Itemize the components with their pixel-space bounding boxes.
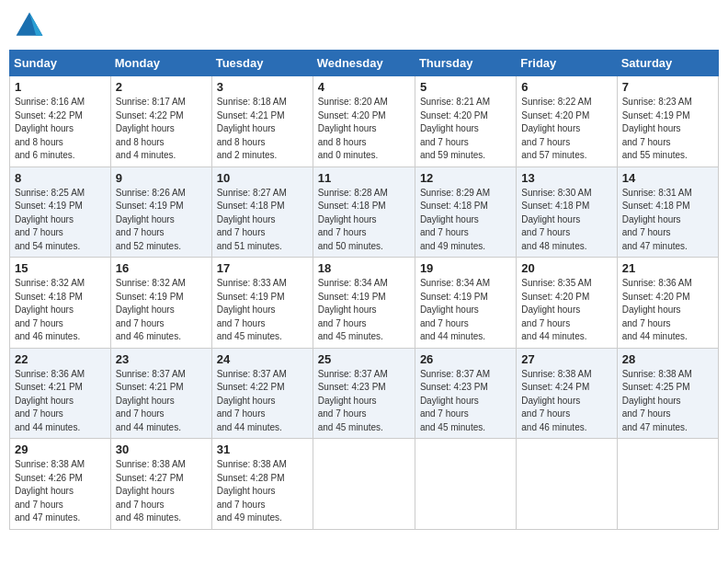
- day-detail: Sunrise: 8:25 AMSunset: 4:19 PMDaylight …: [15, 187, 106, 254]
- day-number: 17: [217, 261, 308, 275]
- calendar-cell: 7 Sunrise: 8:23 AMSunset: 4:19 PMDayligh…: [617, 76, 718, 167]
- week-row-5: 29 Sunrise: 8:38 AMSunset: 4:26 PMDaylig…: [10, 439, 719, 530]
- col-header-friday: Friday: [517, 51, 617, 76]
- day-detail: Sunrise: 8:38 AMSunset: 4:27 PMDaylight …: [116, 458, 207, 525]
- day-detail: Sunrise: 8:20 AMSunset: 4:20 PMDaylight …: [318, 96, 410, 163]
- calendar-cell: 20 Sunrise: 8:35 AMSunset: 4:20 PMDaylig…: [517, 258, 617, 349]
- day-number: 10: [217, 171, 308, 185]
- calendar-cell: 30 Sunrise: 8:38 AMSunset: 4:27 PMDaylig…: [110, 439, 211, 530]
- day-number: 29: [15, 442, 106, 456]
- day-number: 18: [318, 261, 410, 275]
- day-number: 27: [521, 352, 611, 366]
- day-number: 16: [116, 261, 207, 275]
- day-detail: Sunrise: 8:18 AMSunset: 4:21 PMDaylight …: [217, 96, 308, 163]
- day-detail: Sunrise: 8:21 AMSunset: 4:20 PMDaylight …: [420, 96, 511, 163]
- day-detail: Sunrise: 8:22 AMSunset: 4:20 PMDaylight …: [521, 96, 611, 163]
- calendar-cell: [517, 439, 617, 530]
- col-header-saturday: Saturday: [617, 51, 718, 76]
- calendar-cell: 19 Sunrise: 8:34 AMSunset: 4:19 PMDaylig…: [415, 258, 516, 349]
- calendar-cell: 26 Sunrise: 8:37 AMSunset: 4:23 PMDaylig…: [415, 348, 516, 439]
- calendar-cell: [313, 439, 415, 530]
- day-number: 2: [116, 80, 207, 94]
- day-number: 14: [622, 171, 713, 185]
- day-number: 23: [116, 352, 207, 366]
- calendar-cell: 15 Sunrise: 8:32 AMSunset: 4:18 PMDaylig…: [10, 258, 111, 349]
- calendar-cell: 12 Sunrise: 8:29 AMSunset: 4:18 PMDaylig…: [415, 167, 516, 258]
- logo-icon: [13, 9, 46, 42]
- day-detail: Sunrise: 8:26 AMSunset: 4:19 PMDaylight …: [116, 187, 207, 254]
- day-number: 6: [521, 80, 611, 94]
- day-detail: Sunrise: 8:36 AMSunset: 4:21 PMDaylight …: [15, 368, 106, 435]
- day-number: 24: [217, 352, 308, 366]
- col-header-tuesday: Tuesday: [211, 51, 313, 76]
- calendar-cell: 5 Sunrise: 8:21 AMSunset: 4:20 PMDayligh…: [415, 76, 516, 167]
- col-header-thursday: Thursday: [415, 51, 516, 76]
- day-detail: Sunrise: 8:16 AMSunset: 4:22 PMDaylight …: [15, 96, 106, 163]
- day-number: 11: [318, 171, 410, 185]
- calendar-cell: 31 Sunrise: 8:38 AMSunset: 4:28 PMDaylig…: [211, 439, 313, 530]
- logo: [13, 9, 50, 42]
- day-number: 9: [116, 171, 207, 185]
- calendar-cell: 22 Sunrise: 8:36 AMSunset: 4:21 PMDaylig…: [10, 348, 111, 439]
- calendar-cell: 13 Sunrise: 8:30 AMSunset: 4:18 PMDaylig…: [517, 167, 617, 258]
- day-detail: Sunrise: 8:32 AMSunset: 4:18 PMDaylight …: [15, 277, 106, 344]
- calendar-cell: 14 Sunrise: 8:31 AMSunset: 4:18 PMDaylig…: [617, 167, 718, 258]
- day-number: 15: [15, 261, 106, 275]
- day-number: 28: [622, 352, 713, 366]
- week-row-3: 15 Sunrise: 8:32 AMSunset: 4:18 PMDaylig…: [10, 258, 719, 349]
- calendar-cell: 25 Sunrise: 8:37 AMSunset: 4:23 PMDaylig…: [313, 348, 415, 439]
- week-row-2: 8 Sunrise: 8:25 AMSunset: 4:19 PMDayligh…: [10, 167, 719, 258]
- calendar-cell: 8 Sunrise: 8:25 AMSunset: 4:19 PMDayligh…: [10, 167, 111, 258]
- day-detail: Sunrise: 8:38 AMSunset: 4:28 PMDaylight …: [217, 458, 308, 525]
- calendar-cell: 23 Sunrise: 8:37 AMSunset: 4:21 PMDaylig…: [110, 348, 211, 439]
- day-detail: Sunrise: 8:17 AMSunset: 4:22 PMDaylight …: [116, 96, 207, 163]
- calendar-cell: 16 Sunrise: 8:32 AMSunset: 4:19 PMDaylig…: [110, 258, 211, 349]
- calendar-header-row: SundayMondayTuesdayWednesdayThursdayFrid…: [10, 51, 719, 76]
- day-number: 4: [318, 80, 410, 94]
- calendar-cell: 4 Sunrise: 8:20 AMSunset: 4:20 PMDayligh…: [313, 76, 415, 167]
- day-number: 25: [318, 352, 410, 366]
- day-detail: Sunrise: 8:34 AMSunset: 4:19 PMDaylight …: [420, 277, 511, 344]
- week-row-4: 22 Sunrise: 8:36 AMSunset: 4:21 PMDaylig…: [10, 348, 719, 439]
- col-header-sunday: Sunday: [10, 51, 111, 76]
- day-number: 19: [420, 261, 511, 275]
- day-number: 31: [217, 442, 308, 456]
- calendar-cell: 18 Sunrise: 8:34 AMSunset: 4:19 PMDaylig…: [313, 258, 415, 349]
- day-detail: Sunrise: 8:36 AMSunset: 4:20 PMDaylight …: [622, 277, 713, 344]
- week-row-1: 1 Sunrise: 8:16 AMSunset: 4:22 PMDayligh…: [10, 76, 719, 167]
- calendar-cell: 11 Sunrise: 8:28 AMSunset: 4:18 PMDaylig…: [313, 167, 415, 258]
- calendar-cell: 1 Sunrise: 8:16 AMSunset: 4:22 PMDayligh…: [10, 76, 111, 167]
- day-number: 30: [116, 442, 207, 456]
- day-detail: Sunrise: 8:29 AMSunset: 4:18 PMDaylight …: [420, 187, 511, 254]
- day-number: 26: [420, 352, 511, 366]
- day-detail: Sunrise: 8:27 AMSunset: 4:18 PMDaylight …: [217, 187, 308, 254]
- calendar-cell: 21 Sunrise: 8:36 AMSunset: 4:20 PMDaylig…: [617, 258, 718, 349]
- day-number: 3: [217, 80, 308, 94]
- calendar-cell: 27 Sunrise: 8:38 AMSunset: 4:24 PMDaylig…: [517, 348, 617, 439]
- day-number: 7: [622, 80, 713, 94]
- day-number: 22: [15, 352, 106, 366]
- col-header-wednesday: Wednesday: [313, 51, 415, 76]
- calendar-cell: 24 Sunrise: 8:37 AMSunset: 4:22 PMDaylig…: [211, 348, 313, 439]
- day-detail: Sunrise: 8:38 AMSunset: 4:26 PMDaylight …: [15, 458, 106, 525]
- calendar-cell: [617, 439, 718, 530]
- day-detail: Sunrise: 8:23 AMSunset: 4:19 PMDaylight …: [622, 96, 713, 163]
- day-detail: Sunrise: 8:31 AMSunset: 4:18 PMDaylight …: [622, 187, 713, 254]
- day-number: 21: [622, 261, 713, 275]
- calendar-cell: 2 Sunrise: 8:17 AMSunset: 4:22 PMDayligh…: [110, 76, 211, 167]
- col-header-monday: Monday: [110, 51, 211, 76]
- calendar-cell: 3 Sunrise: 8:18 AMSunset: 4:21 PMDayligh…: [211, 76, 313, 167]
- day-number: 8: [15, 171, 106, 185]
- page-header: [9, 9, 719, 42]
- day-number: 1: [15, 80, 106, 94]
- day-number: 20: [521, 261, 611, 275]
- day-detail: Sunrise: 8:28 AMSunset: 4:18 PMDaylight …: [318, 187, 410, 254]
- day-detail: Sunrise: 8:38 AMSunset: 4:24 PMDaylight …: [521, 368, 611, 435]
- calendar-cell: 9 Sunrise: 8:26 AMSunset: 4:19 PMDayligh…: [110, 167, 211, 258]
- day-number: 13: [521, 171, 611, 185]
- day-detail: Sunrise: 8:30 AMSunset: 4:18 PMDaylight …: [521, 187, 611, 254]
- calendar-cell: 29 Sunrise: 8:38 AMSunset: 4:26 PMDaylig…: [10, 439, 111, 530]
- calendar-cell: 10 Sunrise: 8:27 AMSunset: 4:18 PMDaylig…: [211, 167, 313, 258]
- day-detail: Sunrise: 8:37 AMSunset: 4:23 PMDaylight …: [420, 368, 511, 435]
- day-detail: Sunrise: 8:37 AMSunset: 4:21 PMDaylight …: [116, 368, 207, 435]
